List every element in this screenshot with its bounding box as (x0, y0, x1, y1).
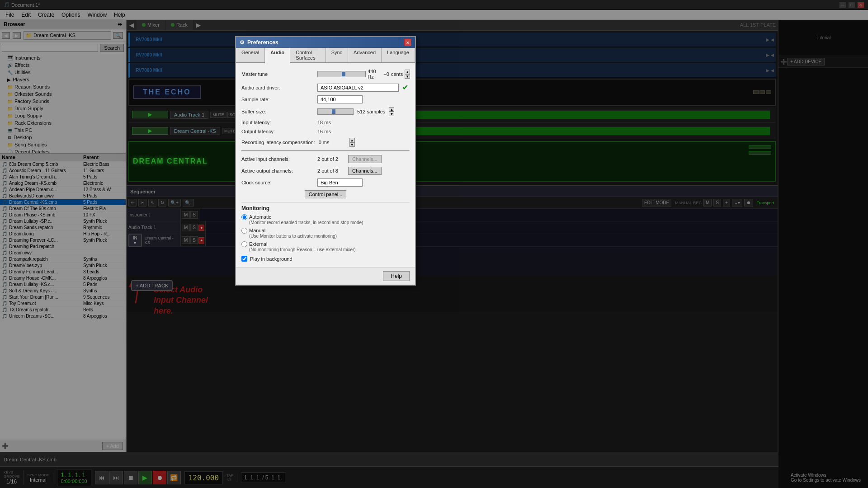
buffer-size-up-btn[interactable]: ▲ (389, 107, 394, 112)
tab-advanced[interactable]: Advanced (348, 48, 382, 62)
output-latency-label: Output latency: (241, 129, 314, 134)
monitoring-auto-label: Automatic (249, 214, 363, 220)
preferences-dialog: ⚙ Preferences ✕ General Audio Control Su… (235, 36, 416, 286)
active-input-channels-row: Active input channels: 2 out of 2 Channe… (241, 155, 410, 163)
monitoring-external-radio[interactable] (241, 241, 247, 247)
master-tune-up-btn[interactable]: ▲ (405, 70, 410, 74)
tab-general[interactable]: General (236, 48, 265, 62)
buffer-size-row: Buffer size: 512 samples ▲ ▼ (241, 107, 410, 116)
play-in-background-label: Play in background (250, 256, 292, 262)
buffer-size-thumb[interactable] (332, 109, 335, 114)
output-latency-value: 16 ms (317, 129, 344, 134)
recording-latency-value: 0 ms (319, 140, 346, 145)
input-latency-value: 18 ms (317, 120, 344, 125)
sample-rate-select[interactable]: 44,100 (317, 95, 363, 103)
tab-audio[interactable]: Audio (265, 48, 290, 63)
recording-latency-spin: ▲ ▼ (349, 138, 355, 147)
tab-language[interactable]: Language (382, 48, 415, 62)
recording-latency-label: Recording latency compensation: (241, 140, 315, 145)
master-tune-spin: ▲ ▼ (405, 70, 410, 79)
monitoring-auto-sublabel: (Monitor record enabled tracks, in recor… (249, 220, 363, 225)
tab-sync[interactable]: Sync (326, 48, 348, 62)
sample-rate-row: Sample rate: 44,100 (241, 95, 410, 103)
sample-rate-label: Sample rate: (241, 97, 314, 102)
monitoring-title: Monitoring (241, 202, 410, 211)
monitoring-manual-label: Manual (249, 228, 337, 233)
master-tune-freq: 440 Hz (368, 69, 382, 80)
input-latency-label: Input latency: (241, 120, 314, 125)
master-tune-row: Master tune 440 Hz +0 cents ▲ ▼ (241, 69, 410, 80)
clock-source-row: Clock source: Big Ben (241, 178, 410, 187)
master-tune-thumb[interactable] (342, 72, 345, 76)
buffer-size-value: 512 samples (357, 109, 385, 114)
monitoring-auto-row: Automatic (Monitor record enabled tracks… (241, 214, 410, 225)
rec-lat-up-btn[interactable]: ▲ (349, 138, 355, 142)
master-tune-label: Master tune (241, 71, 314, 77)
dialog-title: Preferences (247, 39, 278, 46)
master-tune-unit: cents (391, 71, 403, 77)
monitoring-external-label: External (249, 241, 356, 247)
monitoring-manual-radio[interactable] (241, 228, 247, 234)
buffer-size-spin: ▲ ▼ (389, 107, 394, 116)
control-panel-btn[interactable]: Control panel... (305, 190, 347, 198)
active-input-channels-label: Active input channels: (241, 156, 314, 162)
buffer-size-down-btn[interactable]: ▼ (389, 112, 394, 116)
preferences-overlay: ⚙ Preferences ✕ General Audio Control Su… (0, 0, 868, 488)
monitoring-manual-sublabel: (Use Monitor buttons to activate monitor… (249, 234, 337, 239)
dialog-tabs: General Audio Control Surfaces Sync Adva… (236, 48, 415, 63)
master-tune-cents-offset: +0 (383, 71, 389, 77)
control-panel-row: Control panel... (241, 190, 410, 198)
active-output-channels-label: Active output channels: (241, 168, 314, 174)
monitoring-auto-radio[interactable] (241, 214, 247, 220)
buffer-size-label: Buffer size: (241, 109, 314, 114)
active-output-channels-value: 2 out of 8 (317, 168, 344, 174)
separator-1 (241, 150, 410, 151)
master-tune-down-btn[interactable]: ▼ (405, 74, 410, 79)
output-channels-btn[interactable]: Channels... (348, 167, 382, 175)
monitoring-section: Monitoring Automatic (Monitor record ena… (241, 202, 410, 252)
input-channels-btn[interactable]: Channels... (348, 155, 382, 163)
dialog-close-btn[interactable]: ✕ (404, 39, 411, 46)
recording-latency-row: Recording latency compensation: 0 ms ▲ ▼ (241, 138, 410, 147)
tab-control-surfaces[interactable]: Control Surfaces (290, 48, 326, 62)
input-latency-row: Input latency: 18 ms (241, 120, 410, 125)
help-btn[interactable]: Help (383, 271, 410, 281)
active-output-channels-row: Active output channels: 2 out of 8 Chann… (241, 167, 410, 175)
active-input-channels-value: 2 out of 2 (317, 156, 344, 162)
master-tune-slider[interactable] (317, 71, 366, 77)
dialog-footer: Help (236, 267, 415, 285)
monitoring-manual-row: Manual (Use Monitor buttons to activate … (241, 228, 410, 239)
buffer-size-slider[interactable] (317, 108, 354, 115)
master-tune-slider-container: 440 Hz +0 cents ▲ ▼ (317, 69, 410, 80)
play-in-background-checkbox[interactable] (241, 256, 247, 262)
audio-card-driver-select[interactable]: ASIO ASIO4ALL v2 (317, 84, 399, 92)
output-latency-row: Output latency: 16 ms (241, 129, 410, 134)
dialog-body: Master tune 440 Hz +0 cents ▲ ▼ Audio ca… (236, 63, 415, 267)
audio-card-driver-label: Audio card driver: (241, 85, 314, 90)
play-in-background-row: Play in background (241, 256, 410, 262)
clock-source-label: Clock source: (241, 180, 314, 185)
monitoring-external-sublabel: (No monitoring through Reason – use exte… (249, 247, 356, 252)
audio-card-driver-row: Audio card driver: ASIO ASIO4ALL v2 ✔ (241, 83, 410, 92)
prefs-icon: ⚙ (240, 39, 245, 46)
audio-card-connected-icon: ✔ (402, 83, 408, 92)
monitoring-external-row: External (No monitoring through Reason –… (241, 241, 410, 252)
clock-source-select[interactable]: Big Ben (317, 178, 363, 187)
rec-lat-down-btn[interactable]: ▼ (349, 142, 355, 147)
dialog-title-bar: ⚙ Preferences ✕ (236, 37, 415, 48)
